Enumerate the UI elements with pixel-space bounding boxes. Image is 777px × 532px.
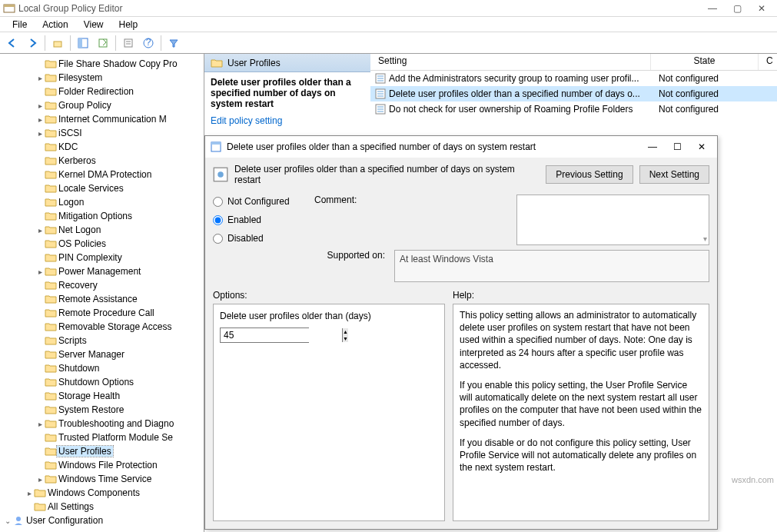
tree-item-label: Windows File Protection (57, 460, 159, 470)
spinner[interactable]: ▲▼ (342, 328, 348, 342)
folder-icon (45, 72, 57, 83)
dialog-maximize-icon[interactable]: ☐ (666, 139, 688, 155)
svg-point-27 (217, 171, 224, 178)
back-button[interactable] (3, 35, 22, 52)
menu-help[interactable]: Help (111, 18, 146, 32)
days-field[interactable] (221, 328, 342, 342)
folder-icon (211, 58, 223, 68)
menu-file[interactable]: File (5, 18, 35, 32)
tree-item[interactable]: ▸Removable Storage Access (0, 320, 204, 334)
help-button[interactable]: ? (139, 35, 158, 52)
tree-item-label: System Restore (57, 404, 125, 415)
col-setting[interactable]: Setting (370, 54, 651, 70)
tree-user-configuration[interactable]: ⌄ User Configuration (0, 514, 204, 527)
folder-icon (45, 294, 57, 304)
tree-item[interactable]: ▸Scripts (0, 334, 204, 347)
previous-setting-button[interactable]: Previous Setting (546, 165, 633, 184)
tree-item-label: KDC (57, 141, 79, 152)
tree-item[interactable]: ▸Remote Procedure Call (0, 306, 204, 320)
title-bar: Local Group Policy Editor — ▢ ✕ (0, 0, 777, 17)
tree-item[interactable]: ▸Shutdown (0, 361, 204, 375)
row-setting-name: Delete user profiles older than a specif… (389, 88, 640, 99)
tree-item[interactable]: ▸Shutdown Options (0, 375, 204, 389)
edit-policy-link[interactable]: Edit policy setting (204, 112, 370, 129)
comment-textarea[interactable]: ▾ (516, 195, 709, 245)
tree-item[interactable]: ▸KDC (0, 140, 204, 154)
radio-disabled[interactable]: Disabled (213, 233, 305, 244)
tree-item[interactable]: ▸Mitigation Options (0, 209, 204, 223)
radio-enabled[interactable]: Enabled (213, 214, 305, 225)
grid-row[interactable]: Do not check for user ownership of Roami… (370, 101, 777, 117)
policy-icon (213, 167, 228, 182)
maximize-icon[interactable]: ▢ (731, 3, 743, 14)
tree-item-label: User Profiles (57, 446, 113, 457)
tree-item[interactable]: ▸Internet Communication M (0, 112, 204, 126)
tree-item[interactable]: ▸Folder Redirection (0, 85, 204, 98)
tree-item[interactable]: ▸Server Manager (0, 347, 204, 361)
dialog-close-icon[interactable]: ✕ (691, 139, 712, 155)
forward-button[interactable] (23, 35, 42, 52)
col-c[interactable]: C (759, 54, 777, 70)
tree-pane[interactable]: ▸File Share Shadow Copy Pro▸Filesystem▸F… (0, 54, 204, 532)
tree-item[interactable]: ▸Troubleshooting and Diagno (0, 417, 204, 431)
tree-item-label: Locale Services (57, 183, 125, 194)
dialog-title: Delete user profiles older than a specif… (227, 141, 637, 152)
selected-policy-title: Delete user profiles older than a specif… (204, 72, 370, 112)
tree-item[interactable]: ▸Net Logon (0, 223, 204, 237)
tree-item[interactable]: ▸Remote Assistance (0, 292, 204, 306)
export-button[interactable] (94, 35, 112, 52)
help-panel: This policy setting allows an administra… (453, 304, 709, 521)
folder-icon (45, 211, 57, 221)
help-text: If you disable or do not configure this … (460, 437, 702, 474)
tree-item[interactable]: ▸Power Management (0, 264, 204, 278)
tree-item[interactable]: ▸User Profiles (0, 444, 204, 458)
tree-item[interactable]: ▸OS Policies (0, 237, 204, 251)
tree-item[interactable]: ▸PIN Complexity (0, 251, 204, 264)
tree-item-label: Net Logon (57, 224, 102, 235)
tree-item-label: Shutdown (57, 363, 101, 374)
tree-item[interactable]: ▸Storage Health (0, 389, 204, 403)
radio-not-configured[interactable]: Not Configured (213, 196, 305, 207)
up-button[interactable] (48, 35, 67, 52)
folder-icon (45, 169, 57, 180)
properties-button[interactable] (119, 35, 138, 52)
tree-all-settings[interactable]: ▸ All Settings (0, 500, 204, 514)
dialog-subheader: Delete user profiles older than a specif… (205, 158, 717, 191)
tree-item[interactable]: ▸iSCSI (0, 126, 204, 140)
menu-action[interactable]: Action (35, 18, 75, 32)
tree-item[interactable]: ▸Locale Services (0, 181, 204, 195)
dialog-title-bar: Delete user profiles older than a specif… (205, 136, 717, 158)
col-state[interactable]: State (651, 54, 759, 70)
tree-item[interactable]: ▸Filesystem (0, 71, 204, 85)
tree-item[interactable]: ▸Kerberos (0, 154, 204, 168)
spin-down-icon: ▼ (343, 335, 348, 342)
show-hide-button[interactable] (74, 35, 92, 52)
folder-icon (45, 252, 57, 263)
days-input[interactable]: ▲▼ (220, 328, 309, 343)
state-radios: Not Configured Enabled Disabled (213, 195, 305, 245)
svg-point-11 (16, 517, 21, 521)
grid-row[interactable]: Delete user profiles older than a specif… (370, 86, 777, 101)
tree-item[interactable]: ▸File Share Shadow Copy Pro (0, 57, 204, 71)
tree-item[interactable]: ▸Group Policy (0, 98, 204, 112)
tree-item[interactable]: ▸Windows File Protection (0, 458, 204, 472)
svg-rect-25 (211, 142, 221, 145)
tree-item[interactable]: ▸Logon (0, 195, 204, 209)
tree-item[interactable]: ▸System Restore (0, 403, 204, 417)
next-setting-button[interactable]: Next Setting (639, 165, 709, 184)
grid-row[interactable]: Add the Administrators security group to… (370, 71, 777, 86)
folder-icon (34, 487, 46, 498)
folder-icon (45, 308, 57, 318)
tree-item[interactable]: ▸Trusted Platform Module Se (0, 431, 204, 444)
minimize-icon[interactable]: — (706, 3, 719, 14)
svg-rect-4 (78, 38, 82, 48)
tree-item[interactable]: ▸Windows Time Service (0, 472, 204, 486)
dialog-minimize-icon[interactable]: — (642, 139, 663, 155)
filter-button[interactable] (164, 35, 183, 52)
close-icon[interactable]: ✕ (755, 3, 768, 14)
tree-item[interactable]: ▸Kernel DMA Protection (0, 168, 204, 181)
menu-view[interactable]: View (76, 18, 111, 32)
tree-windows-components[interactable]: ▸ Windows Components (0, 486, 204, 500)
app-icon (3, 2, 15, 15)
tree-item[interactable]: ▸Recovery (0, 278, 204, 292)
